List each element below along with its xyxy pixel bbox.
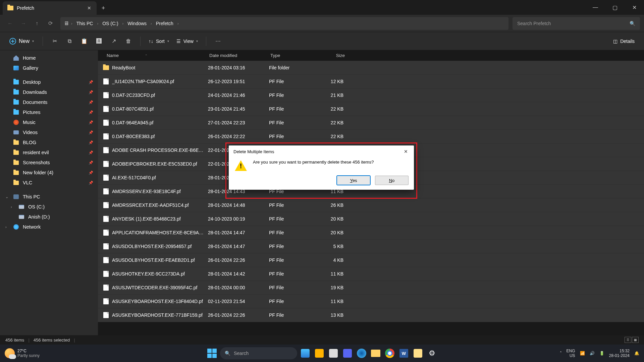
notifications-icon[interactable]: 🔔: [634, 351, 639, 356]
taskbar-explorer[interactable]: [370, 347, 382, 359]
sidebar-item-documents[interactable]: Documents📌: [0, 97, 98, 107]
pin-icon[interactable]: 📌: [89, 140, 93, 145]
sidebar-home[interactable]: Home: [0, 53, 98, 63]
column-date[interactable]: Date modified: [206, 53, 267, 58]
clock[interactable]: 15:3228-01-2024: [609, 349, 630, 358]
sidebar-this-pc[interactable]: ⌄This PC: [0, 192, 98, 202]
taskbar-app[interactable]: [327, 347, 339, 359]
sort-button[interactable]: ↑↓ Sort ▾: [146, 37, 172, 46]
taskbar-app[interactable]: [412, 347, 424, 359]
chevron-right-icon[interactable]: ›: [11, 205, 12, 209]
pin-icon[interactable]: 📌: [89, 100, 93, 105]
more-button[interactable]: ⋯: [212, 35, 224, 48]
chevron-right-icon[interactable]: ›: [176, 21, 180, 25]
pin-icon[interactable]: 📌: [89, 90, 93, 95]
maximize-button[interactable]: ▢: [605, 0, 625, 15]
sidebar-item-music[interactable]: Music📌: [0, 117, 98, 127]
close-tab-icon[interactable]: ✕: [87, 5, 92, 11]
start-button[interactable]: [206, 347, 218, 359]
taskbar-app[interactable]: [341, 347, 354, 359]
table-row[interactable]: ASUSDOLBYHOST.EXE-FEAEB2D1.pf26-01-2024 …: [98, 253, 644, 267]
chevron-down-icon[interactable]: ⌄: [5, 195, 8, 199]
forward-button[interactable]: →: [17, 17, 30, 29]
breadcrumb-seg[interactable]: OS (C:): [100, 19, 120, 27]
breadcrumb-seg[interactable]: Prefetch: [154, 19, 175, 27]
table-row[interactable]: ASUSKEYBOARDHOST.EXE-13F8404D.pf02-11-20…: [98, 295, 644, 308]
breadcrumb-seg[interactable]: Windows: [125, 19, 149, 27]
address-bar[interactable]: 🖥 › This PC › OS (C:) › Windows › Prefet…: [60, 17, 508, 30]
sidebar-item-pictures[interactable]: Pictures📌: [0, 107, 98, 117]
search-input[interactable]: Search Prefetch 🔍: [513, 17, 640, 30]
table-row[interactable]: ASUSHOTKEY.EXE-9CC273DA.pf28-01-2024 14:…: [98, 267, 644, 281]
sidebar-item-screenshots[interactable]: Screenshots📌: [0, 158, 98, 168]
no-button[interactable]: No: [375, 176, 409, 185]
dialog-titlebar[interactable]: Delete Multiple Items ✕: [229, 145, 414, 158]
table-row[interactable]: ReadyBoot28-01-2024 03:16File folder: [98, 61, 644, 75]
taskbar-search[interactable]: 🔍Search: [220, 347, 297, 359]
yes-button[interactable]: Yes: [337, 176, 370, 185]
pin-icon[interactable]: 📌: [89, 130, 93, 135]
window-tab[interactable]: Prefetch ✕: [3, 1, 97, 15]
table-row[interactable]: _IU14D2N.TMP-C3A09024.pf26-12-2023 19:51…: [98, 75, 644, 88]
table-row[interactable]: 0.DAT-964EA945.pf27-01-2024 22:23PF File…: [98, 116, 644, 130]
sidebar-item-desktop[interactable]: Desktop📌: [0, 77, 98, 87]
sidebar-network[interactable]: ›Network: [0, 222, 98, 232]
close-window-button[interactable]: ✕: [625, 0, 644, 15]
dialog-close-button[interactable]: ✕: [402, 149, 409, 154]
table-row[interactable]: 0.DAT-B0CEE383.pf26-01-2024 22:22PF File…: [98, 130, 644, 143]
column-name[interactable]: Name ⌃: [98, 53, 206, 58]
chevron-right-icon[interactable]: ›: [70, 21, 74, 25]
sidebar-gallery[interactable]: Gallery: [0, 63, 98, 73]
table-row[interactable]: ASUSDOLBYHOST.EXE-20954657.pf28-01-2024 …: [98, 240, 644, 253]
pin-icon[interactable]: 📌: [89, 150, 93, 155]
pin-icon[interactable]: 📌: [89, 120, 93, 125]
share-button[interactable]: ↗: [107, 35, 120, 48]
table-row[interactable]: ANYDESK (1).EXE-85468C23.pf24-10-2023 00…: [98, 212, 644, 226]
table-row[interactable]: 0.DAT-2C233CFD.pf24-01-2024 21:46PF File…: [98, 88, 644, 102]
taskbar-app[interactable]: [313, 347, 325, 359]
wifi-icon[interactable]: 📶: [580, 351, 585, 356]
refresh-button[interactable]: ⟳: [44, 17, 56, 29]
paste-button[interactable]: 📋: [78, 35, 91, 48]
pin-icon[interactable]: 📌: [89, 161, 93, 165]
table-row[interactable]: APPLICATIONFRAMEHOST.EXE-8CE9A1E...28-01…: [98, 226, 644, 240]
pin-icon[interactable]: 📌: [89, 181, 93, 185]
pin-icon[interactable]: 📌: [89, 171, 93, 175]
column-type[interactable]: Type: [267, 53, 317, 58]
sidebar-item-downloads[interactable]: Downloads📌: [0, 87, 98, 97]
sidebar-item-blog[interactable]: BLOG📌: [0, 137, 98, 147]
column-size[interactable]: Size: [317, 53, 350, 58]
table-row[interactable]: ASUSJWTDECODER.EXE-39095F4C.pf28-01-2024…: [98, 281, 644, 295]
language-indicator[interactable]: ENGUS: [567, 349, 575, 358]
rename-button[interactable]: 🅰: [93, 35, 105, 48]
back-button[interactable]: ←: [4, 17, 16, 29]
taskbar-app[interactable]: [299, 347, 311, 359]
sidebar-item-new-folder-4-[interactable]: New folder (4)📌: [0, 168, 98, 178]
sidebar-drive[interactable]: Anish (D:): [0, 212, 98, 222]
up-button[interactable]: ↑: [31, 17, 43, 29]
new-tab-button[interactable]: +: [97, 1, 110, 15]
cut-button[interactable]: ✂: [48, 35, 61, 48]
sidebar-item-vlc[interactable]: VLC📌: [0, 178, 98, 188]
new-button[interactable]: New ▾: [6, 36, 37, 47]
table-row[interactable]: ASUSKEYBOARDHOST.EXE-771BF159.pf26-01-20…: [98, 308, 644, 322]
view-button[interactable]: ☰ View ▾: [174, 37, 201, 46]
pin-icon[interactable]: 📌: [89, 110, 93, 115]
taskbar-chrome[interactable]: [384, 347, 396, 359]
chevron-right-icon[interactable]: ›: [149, 21, 153, 25]
minimize-button[interactable]: —: [586, 0, 605, 15]
sidebar-item-resident-evil[interactable]: resident evil📌: [0, 147, 98, 158]
taskbar-word[interactable]: W: [398, 347, 410, 359]
sidebar-drive[interactable]: ›OS (C:): [0, 202, 98, 212]
delete-button[interactable]: 🗑: [122, 35, 135, 48]
taskbar-settings[interactable]: ⚙: [426, 347, 438, 359]
weather-widget[interactable]: 27°C Partly sunny: [5, 348, 40, 358]
battery-icon[interactable]: 🔋: [599, 351, 604, 356]
sidebar-item-videos[interactable]: Videos📌: [0, 127, 98, 137]
chevron-right-icon[interactable]: ›: [96, 21, 100, 25]
breadcrumb-seg[interactable]: This PC: [74, 19, 95, 27]
chevron-right-icon[interactable]: ›: [5, 225, 7, 229]
volume-icon[interactable]: 🔊: [590, 351, 595, 356]
chevron-right-icon[interactable]: ›: [121, 21, 125, 25]
table-row[interactable]: AMDRSSRCEXT.EXE-AADF51C4.pf28-01-2024 14…: [98, 198, 644, 212]
